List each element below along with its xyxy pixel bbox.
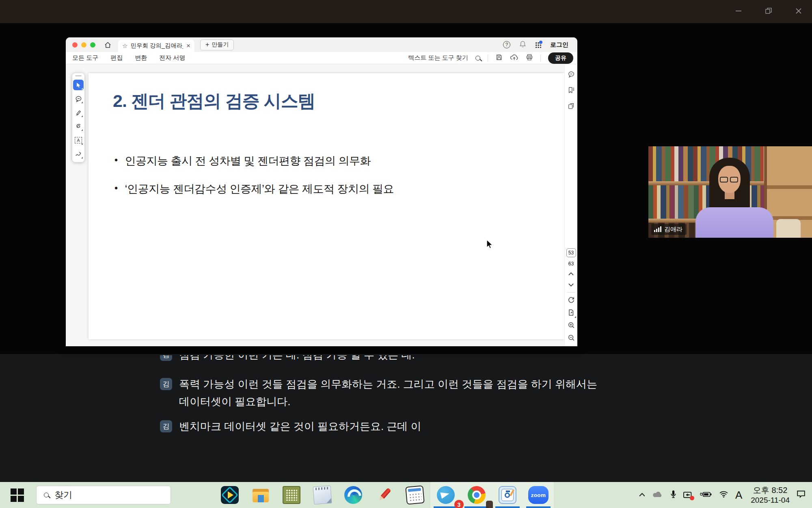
tray-overflow-chevron-icon[interactable] (639, 491, 646, 499)
slide-bullet: •‘인공지능 젠더감수성 인증제’와 같은 제도적 장치의 필요 (114, 182, 394, 196)
bookmarks-panel-icon[interactable] (568, 87, 575, 96)
taskbar-pencil-app-icon[interactable] (369, 482, 400, 508)
rotate-page-icon[interactable] (568, 296, 575, 305)
slide-bullet: •인공지능 출시 전 성차별 및 젠더편향 점검의 의무화 (114, 154, 394, 168)
wifi-icon[interactable] (719, 491, 728, 499)
cloud-upload-icon[interactable] (510, 54, 518, 63)
create-tab-button[interactable]: + 만들기 (200, 39, 234, 50)
draw-tool-button[interactable] (73, 121, 84, 132)
dropdown-corner-icon (81, 143, 83, 145)
mouse-cursor (484, 239, 494, 251)
divider (488, 54, 488, 62)
menu-esign[interactable]: 전자 서명 (159, 54, 185, 62)
quick-tools-palette: A (72, 73, 84, 162)
divider (567, 292, 575, 293)
notifications-bell-icon[interactable] (519, 40, 526, 50)
zoom-window-titlebar (0, 0, 812, 23)
tab-close-icon[interactable]: × (186, 42, 190, 50)
next-page-chevron-icon[interactable] (568, 281, 574, 289)
acrobat-tab-bar: ☆ 민우회 강의_김애라_11... × + 만들기 ? 로그인 (66, 37, 577, 52)
person-face (718, 166, 741, 193)
comment-tool-button[interactable] (73, 93, 84, 104)
document-tab[interactable]: ☆ 민우회 강의_김애라_11... × (118, 39, 194, 52)
search-icon[interactable] (475, 56, 480, 61)
speaker-avatar: 김 (160, 420, 172, 432)
minimize-icon[interactable] (732, 5, 745, 17)
text-box-glyph: A (75, 137, 82, 143)
menu-all-tools[interactable]: 모든 도구 (72, 54, 98, 62)
mac-close-icon[interactable] (72, 42, 78, 48)
add-text-box-tool-button[interactable]: A (73, 135, 84, 145)
dropdown-corner-icon (81, 102, 83, 103)
create-tab-label: 만들기 (212, 41, 229, 48)
search-icon (44, 493, 49, 497)
onedrive-cloud-icon[interactable] (652, 491, 663, 499)
home-icon[interactable] (104, 41, 112, 49)
macos-traffic-lights[interactable] (72, 42, 99, 48)
close-icon[interactable] (793, 5, 805, 17)
taskbar-search-box[interactable]: 찾기 (36, 486, 171, 504)
screen-share-indicator-icon[interactable] (683, 491, 693, 499)
search-placeholder: 찾기 (54, 489, 72, 501)
menu-edit[interactable]: 편집 (110, 54, 123, 62)
menu-convert[interactable]: 변환 (135, 54, 147, 62)
taskbar-hwp-icon[interactable] (492, 482, 523, 508)
divider (540, 54, 541, 62)
battery-charging-icon[interactable] (700, 491, 712, 499)
taskbar-clock[interactable]: 오후 8:52 2025-11-04 (751, 485, 790, 505)
current-page-input[interactable]: 53 (566, 248, 576, 257)
zoom-in-icon[interactable] (568, 321, 575, 330)
webcam-tile[interactable]: 김애라 (648, 146, 812, 238)
taskbar-telegram-icon[interactable]: 3 (430, 482, 461, 508)
notification-center-icon[interactable] (797, 490, 806, 500)
person-sweater (695, 207, 773, 238)
select-tool-button[interactable] (73, 80, 84, 90)
mac-minimize-icon[interactable] (81, 42, 86, 48)
dropdown-corner-icon (574, 316, 576, 318)
ime-language-indicator[interactable]: A (735, 489, 742, 501)
fill-sign-tool-button[interactable] (73, 149, 84, 159)
clock-time: 오후 8:52 (751, 485, 790, 495)
palette-drag-handle[interactable] (75, 75, 82, 76)
taskbar-calculator-icon[interactable] (400, 482, 430, 508)
slide-bullet-list: •인공지능 출시 전 성차별 및 젠더편향 점검의 의무화 •‘인공지능 젠더감… (114, 154, 394, 210)
page-thumbnails-icon[interactable] (568, 102, 575, 111)
caption-row: 김 벤치마크 데이터셋 같은 것이 필요하거든요. 근데 이 (160, 418, 421, 435)
dropdown-corner-icon (81, 129, 83, 131)
windows-taskbar: 찾기 3 zoom (0, 482, 812, 508)
taskbar-notepad-icon[interactable] (307, 482, 338, 508)
right-sidebar: 53 63 (564, 64, 577, 346)
total-pages-label: 63 (568, 261, 574, 267)
find-tools-label[interactable]: 텍스트 또는 도구 찾기 (408, 54, 468, 62)
acrobat-window: ☆ 민우회 강의_김애라_11... × + 만들기 ? 로그인 모든 도구 편… (66, 37, 577, 346)
microphone-icon[interactable] (670, 490, 676, 500)
star-icon[interactable]: ☆ (122, 42, 127, 50)
comments-panel-icon[interactable] (568, 71, 575, 80)
help-icon[interactable]: ? (503, 41, 510, 48)
taskbar-media-player-icon[interactable] (214, 482, 245, 508)
toolbar-right-actions: 텍스트 또는 도구 찾기 공유 (408, 52, 573, 64)
taskbar-edge-icon[interactable] (338, 482, 369, 508)
mac-zoom-icon[interactable] (90, 42, 95, 48)
participant-name-tag: 김애라 (651, 224, 687, 235)
clock-date: 2025-11-04 (751, 495, 790, 505)
save-icon[interactable] (495, 54, 503, 63)
system-tray: A 오후 8:52 2025-11-04 (639, 485, 806, 505)
login-button[interactable]: 로그인 (550, 41, 568, 49)
taskbar-zoom-icon[interactable]: zoom (523, 482, 554, 508)
document-viewport[interactable]: 2. 젠더 관점의 검증 시스템 •인공지능 출시 전 성차별 및 젠더편향 점… (66, 64, 564, 346)
taskbar-file-explorer-icon[interactable] (245, 482, 276, 508)
taskbar-on-screen-keyboard-icon[interactable] (276, 482, 307, 508)
taskbar-chrome-icon[interactable] (461, 482, 492, 508)
highlight-pen-tool-button[interactable] (73, 107, 84, 118)
apps-grid-icon[interactable] (535, 42, 541, 48)
share-button[interactable]: 공유 (548, 52, 573, 64)
print-icon[interactable] (526, 54, 533, 63)
dropdown-corner-icon (81, 157, 83, 158)
windows-start-icon[interactable] (11, 488, 24, 502)
restore-icon[interactable] (762, 5, 775, 17)
page-view-options-icon[interactable] (568, 309, 574, 318)
taskbar-app-icons: 3 zoom (214, 482, 554, 508)
previous-page-chevron-icon[interactable] (568, 270, 574, 278)
zoom-out-icon[interactable] (568, 334, 575, 343)
